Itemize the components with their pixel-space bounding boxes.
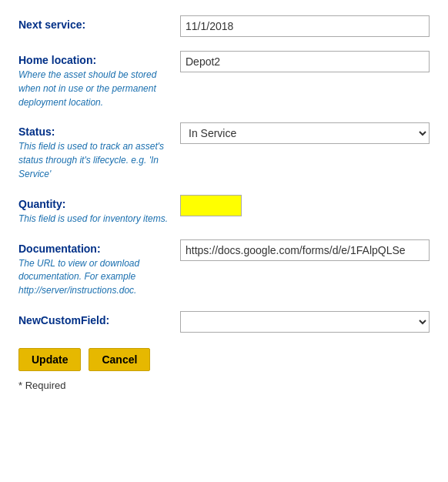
next-service-row: Next service: xyxy=(18,15,430,37)
home-location-hint: Where the asset should be stored when no… xyxy=(18,69,156,108)
status-select[interactable]: In Service Out of Service Maintenance Re… xyxy=(180,122,430,144)
home-location-input[interactable] xyxy=(180,51,430,72)
home-location-row: Home location: Where the asset should be… xyxy=(18,51,430,109)
required-note: * Required xyxy=(18,379,430,391)
next-service-label: Next service: xyxy=(18,18,172,31)
quantity-label-col: Quantity: This field is used for invento… xyxy=(18,195,180,226)
home-location-label-col: Home location: Where the asset should be… xyxy=(18,51,180,109)
update-button[interactable]: Update xyxy=(18,348,81,371)
status-row: Status: This field is used to track an a… xyxy=(18,122,430,180)
button-row: Update Cancel xyxy=(18,348,430,371)
cancel-button[interactable]: Cancel xyxy=(89,348,150,371)
custom-field-label-col: NewCustomField: xyxy=(18,311,180,328)
custom-field-label: NewCustomField: xyxy=(18,314,172,326)
quantity-label: Quantity: xyxy=(18,198,172,210)
home-location-label: Home location: xyxy=(18,54,172,66)
documentation-row: Documentation: The URL to view or downlo… xyxy=(18,239,430,297)
next-service-input[interactable] xyxy=(180,15,430,37)
quantity-input-col xyxy=(180,195,430,216)
documentation-input-col xyxy=(180,239,430,261)
quantity-input[interactable] xyxy=(180,195,242,216)
quantity-hint: This field is used for inventory items. xyxy=(18,213,168,224)
next-service-label-col: Next service: xyxy=(18,15,180,32)
home-location-input-col xyxy=(180,51,430,72)
status-input-col: In Service Out of Service Maintenance Re… xyxy=(180,122,430,144)
documentation-input[interactable] xyxy=(180,239,430,261)
status-hint: This field is used to track an asset's s… xyxy=(18,141,164,179)
next-service-input-col xyxy=(180,15,430,37)
documentation-label-col: Documentation: The URL to view or downlo… xyxy=(18,239,180,297)
custom-field-input-col xyxy=(180,311,430,333)
custom-field-row: NewCustomField: xyxy=(18,311,430,333)
status-label-col: Status: This field is used to track an a… xyxy=(18,122,180,180)
quantity-row: Quantity: This field is used for invento… xyxy=(18,195,430,226)
documentation-hint: The URL to view or download documentatio… xyxy=(18,258,139,296)
status-label: Status: xyxy=(18,126,172,138)
custom-field-select[interactable] xyxy=(180,311,430,333)
documentation-label: Documentation: xyxy=(18,243,172,255)
